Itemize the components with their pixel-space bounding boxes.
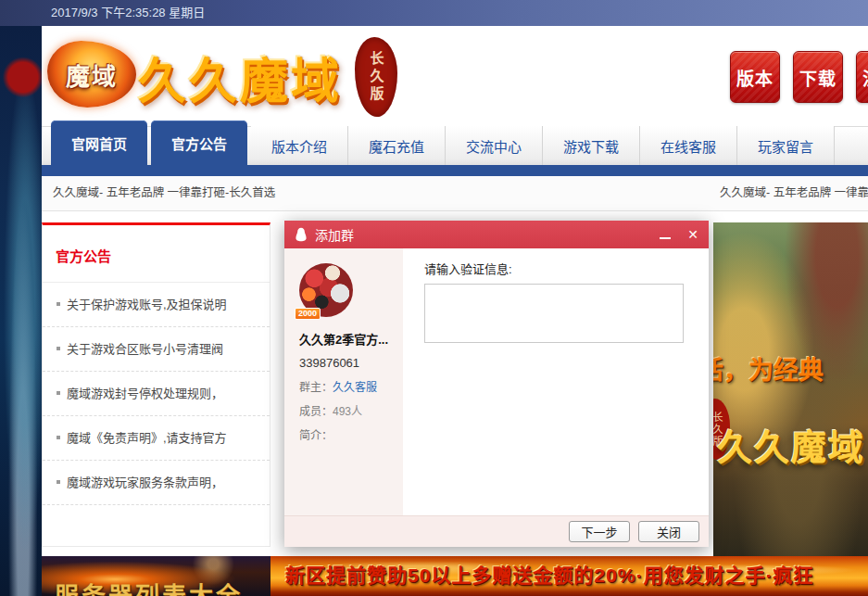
promo-marquee-text: 新区提前赞助50以上多赠送金额的20%·用您发财之手·疯狂 — [285, 556, 813, 594]
announcement-label: 关于保护游戏账号,及担保说明 — [67, 298, 227, 311]
right-promo-banner[interactable]: 活，为经典 长久版 久久魔域 — [713, 222, 868, 556]
announcement-link[interactable]: 魔域游戏封号停权处理规则， — [43, 372, 270, 416]
group-owner-row: 群主：久久客服 — [299, 378, 390, 394]
tab-community[interactable]: 交流中心 — [446, 126, 543, 165]
tab-game-download[interactable]: 游戏下载 — [543, 126, 640, 165]
site-title: 久久魔域 — [138, 43, 342, 112]
bullet-icon — [57, 436, 60, 439]
promo-marquee-banner: 新区提前赞助50以上多赠送金额的20%·用您发财之手·疯狂 — [270, 556, 868, 596]
announcement-label: 关于游戏合区账号小号清理阀 — [67, 342, 223, 356]
announcements-sidebar: 官方公告 关于保护游戏账号,及担保说明 关于游戏合区账号小号清理阀 魔域游戏封号… — [42, 222, 270, 547]
add-group-dialog: 添加群 ✕ 2000 久久第2季官方... 339876061 群主：久久客服 — [284, 221, 709, 547]
announcement-label: 魔域《免责声明》,请支持官方 — [67, 431, 227, 445]
group-number: 339876061 — [299, 356, 390, 370]
server-list-banner[interactable]: 服务器列表大全 — [42, 556, 270, 596]
sidebar-title: 官方公告 — [43, 225, 270, 283]
download-button[interactable]: 下载 — [793, 51, 843, 103]
verify-panel: 请输入验证信息: — [403, 248, 709, 515]
bullet-icon — [57, 480, 60, 484]
tab-home[interactable]: 官网首页 — [51, 120, 147, 165]
tab-announcements[interactable]: 官方公告 — [151, 120, 247, 165]
qq-penguin-icon — [294, 227, 308, 242]
nav-bottom-bar — [42, 165, 868, 176]
group-capacity-badge: 2000 — [295, 308, 321, 320]
group-members-count: 493人 — [333, 405, 362, 418]
close-button[interactable]: 关闭 — [638, 521, 699, 542]
taskbar: 2017/9/3 下午2:35:28 星期日 — [0, 0, 868, 26]
announcement-link[interactable]: 关于游戏合区账号小号清理阀 — [43, 327, 270, 372]
tab-online-service[interactable]: 在线客服 — [640, 126, 737, 165]
breadcrumb-slogan-left: 久久魔域- 五年老品牌 一律靠打砸-长久首选 — [53, 176, 275, 210]
app-window: 2017/9/3 下午2:35:28 星期日 魔域 久久魔域 长久版 版本 下载… — [0, 0, 868, 596]
announcement-label: 魔域游戏玩家服务条款声明， — [67, 476, 223, 489]
announcement-link[interactable]: 关于保护游戏账号,及担保说明 — [43, 283, 270, 327]
bullet-icon — [57, 302, 60, 306]
bullet-icon — [57, 347, 60, 350]
dialog-title: 添加群 — [315, 225, 354, 244]
dialog-body: 2000 久久第2季官方... 339876061 群主：久久客服 成员：493… — [284, 248, 709, 515]
dialog-footer: 下一步 关闭 — [284, 515, 709, 547]
group-members-label: 成员： — [299, 405, 333, 418]
close-icon[interactable]: ✕ — [679, 221, 707, 248]
server-list-banner-text: 服务器列表大全 — [55, 577, 243, 596]
breadcrumb-slogan-right: 久久魔域- 五年老品牌 一律靠打砸-长久首选 — [720, 176, 868, 210]
group-owner-label: 群主： — [299, 381, 333, 394]
nav-tabs: 官网首页 官方公告 版本介绍 魔石充值 交流中心 游戏下载 在线客服 玩家留言 — [51, 120, 835, 165]
right-banner-title: 久久魔域 — [717, 419, 865, 470]
left-artwork — [0, 26, 42, 596]
page: 魔域 久久魔域 长久版 版本 下载 注册 官网首页 官方公告 版本介绍 魔石充值… — [42, 26, 868, 596]
dialog-titlebar[interactable]: 添加群 ✕ — [284, 221, 709, 248]
nav-tabstrip: 官网首页 官方公告 版本介绍 魔石充值 交流中心 游戏下载 在线客服 玩家留言 — [42, 120, 868, 165]
group-owner-link[interactable]: 久久客服 — [333, 381, 377, 394]
group-intro-row: 简介： — [299, 426, 390, 442]
group-name: 久久第2季官方... — [299, 330, 390, 348]
group-avatar-wrap: 2000 — [299, 263, 355, 319]
content-area: 官方公告 关于保护游戏账号,及担保说明 关于游戏合区账号小号清理阀 魔域游戏封号… — [42, 211, 868, 596]
version-button[interactable]: 版本 — [730, 51, 780, 103]
group-members-row: 成员：493人 — [299, 402, 390, 418]
group-info-panel: 2000 久久第2季官方... 339876061 群主：久久客服 成员：493… — [284, 248, 403, 515]
taskbar-datetime: 2017/9/3 下午2:35:28 星期日 — [51, 6, 205, 19]
announcement-label: 魔域游戏封号停权处理规则， — [67, 387, 223, 400]
site-header: 魔域 久久魔域 长久版 版本 下载 注册 — [42, 26, 868, 120]
breadcrumb: 久久魔域- 五年老品牌 一律靠打砸-长久首选 久久魔域- 五年老品牌 一律靠打砸… — [42, 176, 868, 211]
verify-message-label: 请输入验证信息: — [424, 260, 690, 277]
group-intro-label: 简介： — [299, 429, 333, 442]
game-logo-text: 魔域 — [66, 57, 118, 92]
announcement-link[interactable]: 魔域《免责声明》,请支持官方 — [43, 416, 270, 461]
register-button[interactable]: 注册 — [856, 51, 868, 103]
tab-version-info[interactable]: 版本介绍 — [251, 126, 348, 165]
version-seal: 长久版 — [355, 37, 397, 117]
tab-guestbook[interactable]: 玩家留言 — [737, 126, 835, 165]
verify-message-input[interactable] — [424, 284, 684, 343]
bullet-icon — [57, 391, 60, 395]
minimize-icon[interactable] — [651, 221, 679, 248]
next-step-button[interactable]: 下一步 — [569, 521, 630, 542]
game-logo-emblem: 魔域 — [47, 41, 136, 108]
tab-recharge[interactable]: 魔石充值 — [348, 126, 446, 165]
announcement-link[interactable]: 魔域游戏玩家服务条款声明， — [43, 461, 270, 505]
right-banner-slogan: 活，为经典 — [713, 350, 824, 387]
